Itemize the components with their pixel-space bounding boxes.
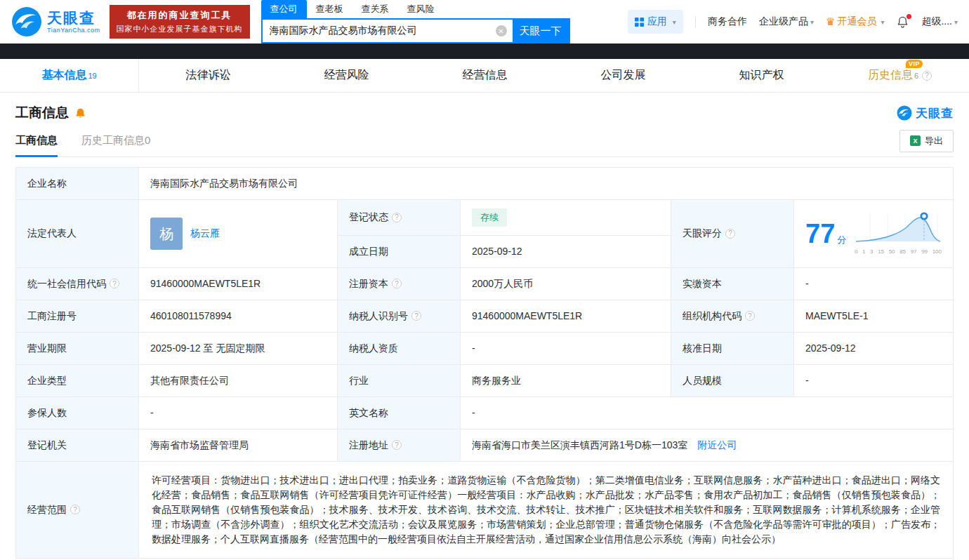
insured-label: 参保人数 bbox=[16, 396, 139, 429]
nav-enterprise-products[interactable]: 企业级产品▾ bbox=[759, 15, 814, 28]
company-type-value: 其他有限责任公司 bbox=[139, 364, 338, 396]
tab-operation-info[interactable]: 经营信息 bbox=[416, 59, 554, 92]
notification-bell-icon[interactable] bbox=[896, 15, 909, 29]
tianyancha-logo-icon bbox=[897, 105, 912, 121]
nav-business-cooperation[interactable]: 商务合作 bbox=[708, 15, 747, 28]
score-unit: 分 bbox=[837, 233, 846, 247]
search-input[interactable] bbox=[263, 20, 496, 42]
search-button[interactable]: 天眼一下 bbox=[513, 20, 569, 42]
tab-history-info[interactable]: 历史信息VIP 6 ? bbox=[831, 59, 969, 92]
taxpayer-quality-value: - bbox=[461, 332, 671, 364]
subtab-bar: 工商信息 历史工商信息0 X 导出 bbox=[15, 125, 954, 157]
staff-size-value: - bbox=[794, 364, 954, 396]
legal-rep-value: 杨 杨云雁 bbox=[139, 200, 338, 268]
legal-rep-avatar[interactable]: 杨 bbox=[150, 218, 183, 250]
help-icon[interactable]: ? bbox=[70, 505, 80, 514]
tab-label: 法律诉讼 bbox=[186, 68, 231, 83]
company-name-label: 企业名称 bbox=[16, 168, 139, 200]
paid-capital-value: - bbox=[794, 267, 954, 300]
apps-button-label: 应用 bbox=[647, 15, 667, 28]
export-button[interactable]: X 导出 bbox=[899, 130, 954, 152]
help-icon[interactable]: ? bbox=[392, 213, 402, 222]
top-nav: 应用 ▾ 商务合作 企业级产品▾ ♛开通会员▾ 超级....▾ bbox=[628, 10, 958, 34]
org-code-label-text: 组织机构代码 bbox=[683, 309, 741, 324]
reg-status-label-text: 登记状态 bbox=[349, 210, 388, 225]
apps-button[interactable]: 应用 ▾ bbox=[628, 10, 683, 34]
org-code-label: 组织机构代码? bbox=[671, 300, 794, 332]
subscribe-bell-icon[interactable] bbox=[74, 107, 86, 119]
tab-operation-risk[interactable]: 经营风险 bbox=[277, 59, 416, 92]
org-code-value: MAEWT5LE-1 bbox=[794, 300, 954, 332]
tab-intellectual-property[interactable]: 知识产权 bbox=[692, 59, 831, 92]
tab-count: 19 bbox=[88, 72, 96, 80]
reg-status-label: 登记状态? bbox=[338, 200, 461, 236]
industry-value: 商务服务业 bbox=[461, 364, 671, 396]
grid-icon bbox=[635, 18, 644, 27]
taxpayer-id-label: 纳税人识别号? bbox=[338, 300, 461, 332]
english-name-value: - bbox=[461, 396, 954, 429]
reg-authority-label: 登记机关 bbox=[16, 429, 139, 461]
search-area: 查公司 查老板 查关系 查风险 ✕ 天眼一下 bbox=[261, 0, 570, 44]
scope-label: 经营范围? bbox=[16, 461, 139, 558]
paid-capital-label: 实缴资本 bbox=[671, 267, 794, 300]
logo-subtitle: TianYanCha.com bbox=[47, 27, 100, 34]
legal-rep-link[interactable]: 杨云雁 bbox=[190, 226, 220, 241]
table-row: 登记机关 海南省市场监督管理局 注册地址? 海南省海口市美兰区演丰镇西河路1号D… bbox=[16, 429, 954, 461]
help-icon[interactable]: ? bbox=[922, 71, 932, 81]
search-tab-relation[interactable]: 查关系 bbox=[352, 0, 398, 18]
search-tab-boss[interactable]: 查老板 bbox=[307, 0, 352, 18]
table-row: 统一社会信用代码? 91460000MAEWT5LE1R 注册资本? 2000万… bbox=[16, 267, 954, 300]
score-value: 77 分 bbox=[794, 200, 954, 268]
watermark-logo: 天眼查 bbox=[897, 105, 954, 121]
help-icon[interactable]: ? bbox=[110, 279, 119, 288]
reg-capital-label: 注册资本? bbox=[338, 267, 461, 300]
taxpayer-id-value: 91460000MAEWT5LE1R bbox=[461, 300, 671, 332]
tab-label: 知识产权 bbox=[739, 68, 784, 83]
tab-label: 经营信息 bbox=[463, 68, 508, 83]
address-text: 海南省海口市美兰区演丰镇西河路1号D栋一103室 bbox=[472, 439, 687, 451]
section-title: 工商信息 bbox=[15, 104, 69, 122]
credit-code-label-text: 统一社会信用代码 bbox=[27, 276, 106, 291]
clear-search-icon[interactable]: ✕ bbox=[496, 25, 507, 36]
subtab-history-business-info[interactable]: 历史工商信息0 bbox=[81, 125, 150, 156]
chevron-down-icon: ▾ bbox=[810, 18, 814, 26]
search-tab-company[interactable]: 查公司 bbox=[261, 0, 307, 18]
reg-authority-value: 海南省市场监督管理局 bbox=[139, 429, 338, 461]
export-button-label: 导出 bbox=[925, 135, 943, 147]
approval-date-label: 核准日期 bbox=[671, 332, 794, 364]
main-content: 工商信息 天眼查 工商信息 历史工商信息0 X 导出 bbox=[0, 93, 969, 559]
nav-super-vip[interactable]: 超级....▾ bbox=[921, 15, 958, 28]
tab-legal-proceedings[interactable]: 法律诉讼 bbox=[139, 59, 277, 92]
nav-super-vip-label: 超级.... bbox=[921, 15, 952, 28]
nearby-companies-link[interactable]: 附近公司 bbox=[697, 439, 737, 451]
established-value: 2025-09-12 bbox=[461, 235, 671, 267]
help-icon[interactable]: ? bbox=[411, 311, 421, 321]
taxpayer-quality-label: 纳税人资质 bbox=[338, 332, 461, 364]
approval-date-value: 2025-09-12 bbox=[794, 332, 954, 364]
help-icon[interactable]: ? bbox=[725, 229, 735, 239]
company-type-label: 企业类型 bbox=[16, 364, 139, 396]
search-tab-risk[interactable]: 查风险 bbox=[398, 0, 444, 18]
tianyancha-logo[interactable]: 天眼查 TianYanCha.com bbox=[11, 6, 100, 37]
address-value: 海南省海口市美兰区演丰镇西河路1号D栋一103室附近公司 bbox=[461, 429, 954, 461]
tab-company-development[interactable]: 公司发展 bbox=[554, 59, 692, 92]
scope-label-text: 经营范围 bbox=[27, 502, 67, 517]
tab-history-info-label: 历史信息 bbox=[868, 69, 913, 81]
business-term-label: 营业期限 bbox=[16, 332, 139, 364]
chevron-down-icon: ▾ bbox=[954, 18, 958, 26]
collapsed-company-banner bbox=[0, 44, 969, 59]
tab-label: 经营风险 bbox=[324, 68, 369, 83]
subtab-business-info[interactable]: 工商信息 bbox=[15, 125, 58, 156]
legal-rep-label: 法定代表人 bbox=[16, 200, 139, 268]
nav-divider bbox=[695, 16, 696, 27]
help-icon[interactable]: ? bbox=[392, 440, 402, 450]
insured-value: - bbox=[139, 396, 338, 429]
help-icon[interactable]: ? bbox=[392, 279, 402, 288]
nav-open-vip[interactable]: ♛开通会员▾ bbox=[826, 15, 884, 28]
english-name-label: 英文名称 bbox=[338, 396, 461, 429]
search-tabs: 查公司 查老板 查关系 查风险 bbox=[261, 0, 570, 18]
tab-basic-info[interactable]: 基本信息19 bbox=[0, 59, 139, 92]
help-icon[interactable]: ? bbox=[745, 311, 755, 321]
nav-open-vip-label: 开通会员 bbox=[837, 15, 876, 28]
watermark-logo-text: 天眼查 bbox=[916, 105, 954, 121]
